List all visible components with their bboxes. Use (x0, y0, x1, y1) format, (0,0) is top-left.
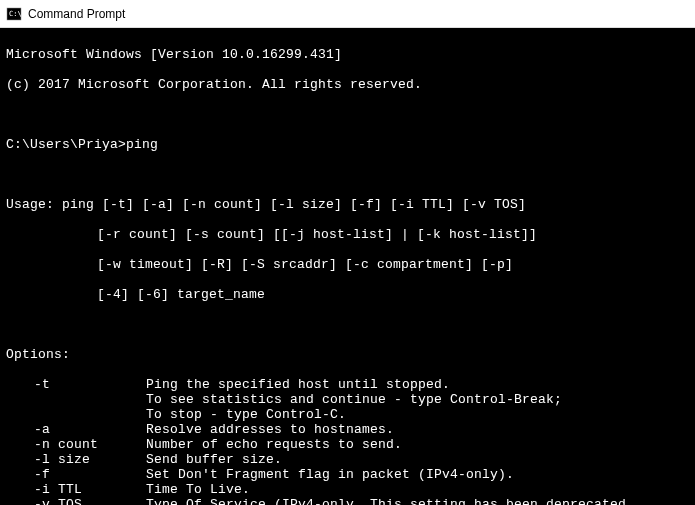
prompt-path: C:\Users\Priya> (6, 137, 126, 152)
cmd-icon: C:\ (6, 6, 22, 22)
blank-line (6, 317, 689, 332)
prompt-line: C:\Users\Priya>ping (6, 137, 689, 152)
option-row: -n countNumber of echo requests to send. (6, 437, 689, 452)
title-bar[interactable]: C:\ Command Prompt (0, 0, 695, 28)
option-desc: Ping the specified host until stopped. (146, 377, 689, 392)
option-desc: Time To Live. (146, 482, 689, 497)
option-row: -i TTLTime To Live. (6, 482, 689, 497)
usage-line-2: [-r count] [-s count] [[-j host-list] | … (97, 227, 689, 242)
version-line: Microsoft Windows [Version 10.0.16299.43… (6, 47, 689, 62)
usage-line-3: [-w timeout] [-R] [-S srcaddr] [-c compa… (97, 257, 689, 272)
option-desc: Set Don't Fragment flag in packet (IPv4-… (146, 467, 689, 482)
option-flag: -a (34, 422, 146, 437)
option-desc-cont: To stop - type Control-C. (146, 407, 689, 422)
option-row: -fSet Don't Fragment flag in packet (IPv… (6, 467, 689, 482)
option-flag: -t (34, 377, 146, 392)
option-flag: -n count (34, 437, 146, 452)
option-flag: -l size (34, 452, 146, 467)
option-flag: -v TOS (34, 497, 146, 505)
option-desc: Resolve addresses to hostnames. (146, 422, 689, 437)
terminal-output[interactable]: Microsoft Windows [Version 10.0.16299.43… (0, 28, 695, 505)
blank-line (6, 107, 689, 122)
svg-text:C:\: C:\ (9, 10, 22, 18)
usage-line-1: Usage: ping [-t] [-a] [-n count] [-l siz… (6, 197, 689, 212)
blank-line (6, 167, 689, 182)
options-label: Options: (6, 347, 689, 362)
option-row: -tPing the specified host until stopped. (6, 377, 689, 392)
option-desc: Send buffer size. (146, 452, 689, 467)
option-row: -l sizeSend buffer size. (6, 452, 689, 467)
window-title: Command Prompt (28, 7, 125, 21)
option-flag: -f (34, 467, 146, 482)
option-desc: Type Of Service (IPv4-only. This setting… (146, 497, 689, 505)
option-desc: Number of echo requests to send. (146, 437, 689, 452)
usage-line-4: [-4] [-6] target_name (97, 287, 689, 302)
options-list: -tPing the specified host until stopped.… (6, 377, 689, 505)
option-flag: -i TTL (34, 482, 146, 497)
option-row: -v TOSType Of Service (IPv4-only. This s… (6, 497, 689, 505)
copyright-line: (c) 2017 Microsoft Corporation. All righ… (6, 77, 689, 92)
option-desc-cont: To see statistics and continue - type Co… (146, 392, 689, 407)
option-row: -aResolve addresses to hostnames. (6, 422, 689, 437)
prompt-command: ping (126, 137, 158, 152)
